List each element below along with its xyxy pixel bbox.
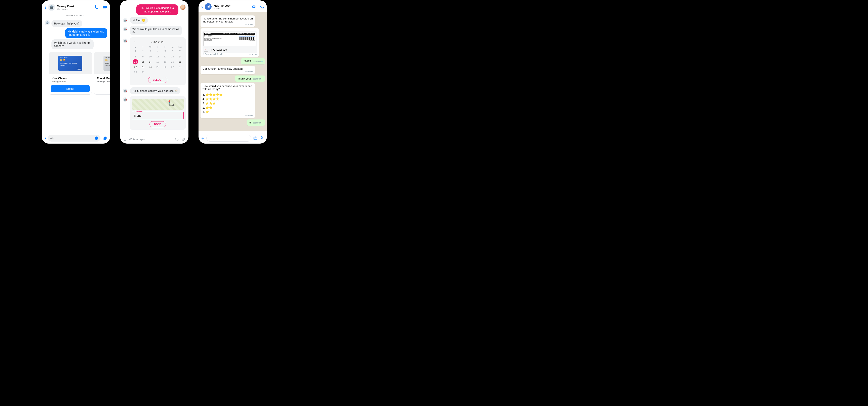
video-icon[interactable] [252, 4, 256, 9]
select-button[interactable]: Select [51, 85, 90, 92]
survey-option[interactable]: 4. ⭐⭐⭐⭐ [203, 97, 253, 101]
message-text: Hi Eva! 🙂 [130, 17, 148, 24]
add-icon[interactable]: + [201, 135, 204, 141]
message-input[interactable] [206, 135, 251, 141]
calendar-day[interactable]: 14 [176, 54, 184, 59]
call-icon[interactable] [259, 4, 264, 9]
message-time: 11:07 AM [203, 24, 253, 26]
calendar-day[interactable]: 29 [132, 70, 139, 75]
calendar-day[interactable]: 18 [154, 59, 161, 64]
bot-avatar: 🤖 [123, 89, 127, 93]
survey-option[interactable]: 1. ⭐ [203, 110, 253, 114]
header-titles: Money Bank Messenger [57, 4, 74, 10]
address-value: Mont [134, 114, 142, 117]
calendar-day[interactable]: 9 [139, 54, 147, 59]
contact-name: Money Bank [57, 4, 74, 8]
select-date-button[interactable]: SELECT [148, 77, 167, 83]
calendar-day[interactable]: 24 [147, 64, 154, 70]
calendar-day[interactable]: 1 [132, 49, 139, 54]
calendar-day[interactable]: 16 [139, 59, 147, 64]
svg-point-8 [255, 138, 256, 139]
survey-option[interactable]: 2. ⭐⭐ [203, 106, 253, 110]
address-input[interactable]: Address Mont [132, 112, 184, 119]
svg-point-5 [177, 139, 178, 139]
calendar-day[interactable]: 4 [154, 49, 161, 54]
message-out: Hi, I would like to upgrade to the Super… [120, 4, 188, 16]
calendar-day[interactable]: 21 [176, 59, 184, 64]
card-mastercard[interactable]: Mastercar… 5412 7512 34… Lee M. Cardhold… [94, 52, 110, 95]
done-button[interactable]: DONE [150, 121, 166, 127]
calendar-day[interactable]: 23 [139, 64, 147, 70]
input-placeholder[interactable]: Write a reply... [129, 138, 173, 141]
bot-avatar: 🏛️ [44, 20, 50, 25]
calendar-day[interactable]: 20 [169, 59, 176, 64]
message-attachment[interactable]: TP-LINK300Mbps Wireless N USB ADSL2+ Mod… [200, 28, 259, 57]
calendar-day[interactable]: 6 [169, 49, 176, 54]
calendar-day[interactable]: 30 [139, 70, 147, 75]
calendar-day[interactable]: 13 [169, 54, 176, 59]
calendar-day[interactable]: 10 [147, 54, 154, 59]
input-bar: ☰ Write a reply... [120, 137, 188, 141]
video-icon[interactable] [102, 5, 107, 10]
svg-rect-6 [253, 6, 255, 7]
calendar-day[interactable]: 26 [161, 64, 169, 70]
address-widget-row: 🤖 📍 London Address Mont DONE [120, 95, 188, 131]
svg-rect-7 [254, 137, 257, 140]
message-time: 11:07 AM [249, 53, 257, 56]
message-input[interactable]: Aa [48, 135, 100, 141]
calendar-day[interactable]: 25 [154, 64, 161, 70]
address-label: Address [134, 110, 143, 113]
calendar-day[interactable]: 22 [132, 64, 139, 70]
calendar-day[interactable]: 7 [176, 49, 184, 54]
emoji-icon[interactable] [175, 137, 179, 141]
calendar-day[interactable]: 27 [169, 64, 176, 70]
input-bar: › Aa [42, 135, 110, 141]
contact-status: online [214, 7, 232, 10]
expand-icon[interactable]: › [44, 136, 46, 141]
calendar-day[interactable]: 8 [132, 54, 139, 59]
survey-option[interactable]: 3. ⭐⭐⭐ [203, 101, 253, 106]
map-pin-icon: 📍 [167, 100, 172, 105]
survey-option[interactable]: 5. ⭐⭐⭐⭐⭐ [203, 93, 253, 97]
card-carousel[interactable]: Visa Classic 📶 4000 1234 5678 9010 L. MI… [42, 50, 110, 97]
back-button[interactable]: ‹ [44, 4, 46, 10]
calendar-grid[interactable]: MTWTFSatSun12345678910111213141516171819… [132, 45, 184, 75]
signal-icon [206, 5, 210, 8]
emoji-icon[interactable] [94, 136, 98, 140]
message-survey[interactable]: How would you describe your experience w… [200, 83, 255, 118]
attach-icon[interactable] [181, 137, 185, 141]
message-text: My debit card was stolen and I need to c… [65, 28, 107, 38]
calendar-day[interactable]: 5 [161, 49, 169, 54]
survey-options[interactable]: 5. ⭐⭐⭐⭐⭐4. ⭐⭐⭐⭐3. ⭐⭐⭐2. ⭐⭐1. ⭐ [203, 93, 253, 114]
message-out: My debit card was stolen and I need to c… [42, 28, 110, 39]
calendar-day[interactable]: 11 [154, 54, 161, 59]
calendar-day[interactable]: 2 [139, 49, 147, 54]
camera-icon[interactable] [253, 136, 257, 140]
contact-name: Hub Telecom [214, 4, 232, 7]
router-label-image: TP-LINK300Mbps Wireless N USB ADSL2+ Mod… [203, 32, 256, 46]
back-button[interactable]: ‹ [201, 4, 203, 9]
credit-card-graphic: Visa Classic 📶 4000 1234 5678 9010 L. MI… [58, 56, 82, 71]
card-visa[interactable]: Visa Classic 📶 4000 1234 5678 9010 L. MI… [49, 52, 92, 95]
calendar-day[interactable]: 17 [147, 59, 154, 64]
calendar-day[interactable]: 12 [161, 54, 169, 59]
calendar-day[interactable]: 19 [161, 59, 169, 64]
contact-avatar[interactable] [205, 3, 212, 10]
map-preview[interactable]: 📍 London [132, 99, 184, 110]
header-titles: Hub Telecom online [214, 4, 232, 10]
svg-rect-9 [261, 137, 262, 139]
menu-icon[interactable]: ☰ [123, 137, 127, 141]
contact-avatar[interactable]: 🏛️ [48, 4, 55, 11]
like-icon[interactable] [102, 136, 107, 141]
calendar-day[interactable]: 15 [133, 59, 138, 64]
prev-month-icon[interactable]: ← [133, 40, 137, 44]
message-time: 11:08 AM [203, 115, 253, 117]
call-icon[interactable] [94, 5, 99, 10]
calendar-day[interactable]: 3 [147, 49, 154, 54]
chat-date: 02 APRIL 2020 9:23 [42, 12, 110, 20]
next-month-icon[interactable]: → [179, 40, 182, 44]
message-text: Thank you! [238, 77, 251, 80]
message-text: How can I help you? [52, 20, 82, 27]
calendar-day[interactable]: 28 [176, 64, 184, 70]
mic-icon[interactable] [259, 136, 264, 140]
